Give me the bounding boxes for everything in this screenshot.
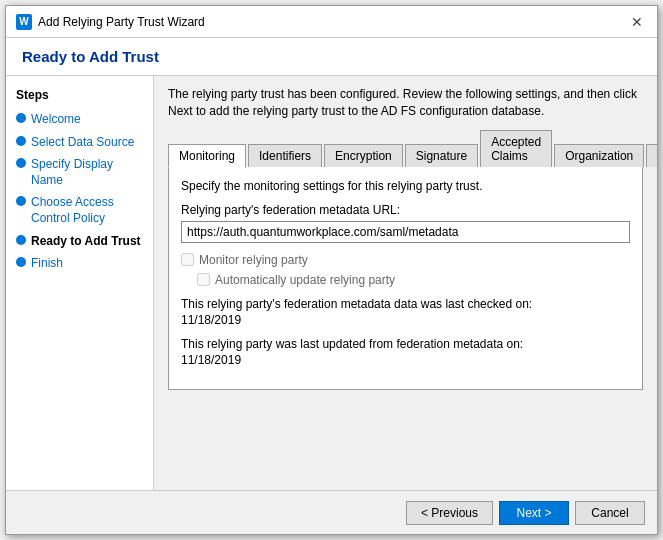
last-checked-date: 11/18/2019 [181,313,630,327]
sidebar-item-finish[interactable]: Finish [16,256,143,272]
step-dot-ready [16,235,26,245]
main-description: The relying party trust has been configu… [168,86,643,120]
sidebar-label-display-name: Specify Display Name [31,157,143,188]
close-button[interactable]: ✕ [627,12,647,32]
step-dot-welcome [16,113,26,123]
sidebar-item-ready[interactable]: Ready to Add Trust [16,234,143,250]
sidebar-label-ready: Ready to Add Trust [31,234,141,250]
auto-update-checkbox[interactable] [197,273,210,286]
title-bar: W Add Relying Party Trust Wizard ✕ [6,6,657,38]
last-updated-date: 11/18/2019 [181,353,630,367]
info-block: This relying party's federation metadata… [181,297,630,367]
sidebar-label-welcome: Welcome [31,112,81,128]
monitor-checkbox[interactable] [181,253,194,266]
dialog-body: Steps Welcome Select Data Source Specify… [6,76,657,490]
cancel-button[interactable]: Cancel [575,501,645,525]
tab-organization[interactable]: Organization [554,144,644,167]
previous-button[interactable]: < Previous [406,501,493,525]
steps-heading: Steps [16,88,143,102]
auto-update-label: Automatically update relying party [215,273,395,287]
title-bar-text: Add Relying Party Trust Wizard [38,15,205,29]
tab-group: Monitoring Identifiers Encryption Signat… [168,130,643,167]
title-bar-left: W Add Relying Party Trust Wizard [16,14,205,30]
tab-identifiers[interactable]: Identifiers [248,144,322,167]
dialog-title: Ready to Add Trust [22,48,641,65]
tab-content-monitoring: Specify the monitoring settings for this… [168,167,643,390]
sidebar-label-select-data: Select Data Source [31,135,134,151]
sidebar-label-access-control: Choose Access Control Policy [31,195,143,226]
dialog-footer: < Previous Next > Cancel [6,490,657,534]
tab-encryption[interactable]: Encryption [324,144,403,167]
tab-endpoints[interactable]: Endpoints [646,144,657,167]
step-dot-select-data [16,136,26,146]
next-button[interactable]: Next > [499,501,569,525]
sidebar: Steps Welcome Select Data Source Specify… [6,76,154,490]
auto-update-checkbox-row: Automatically update relying party [197,273,630,287]
sidebar-item-display-name[interactable]: Specify Display Name [16,157,143,188]
sidebar-label-finish: Finish [31,256,63,272]
tab-monitoring[interactable]: Monitoring [168,144,246,168]
step-dot-finish [16,257,26,267]
tab-signature[interactable]: Signature [405,144,478,167]
monitor-label: Monitor relying party [199,253,308,267]
last-checked-label: This relying party's federation metadata… [181,297,630,311]
main-content: The relying party trust has been configu… [154,76,657,490]
url-label: Relying party's federation metadata URL: [181,203,630,217]
sidebar-item-select-data[interactable]: Select Data Source [16,135,143,151]
sidebar-item-welcome[interactable]: Welcome [16,112,143,128]
url-input[interactable] [181,221,630,243]
step-dot-access-control [16,196,26,206]
last-updated-label: This relying party was last updated from… [181,337,630,351]
sidebar-item-access-control[interactable]: Choose Access Control Policy [16,195,143,226]
tab-accepted-claims[interactable]: Accepted Claims [480,130,552,167]
step-dot-display-name [16,158,26,168]
monitor-checkbox-row: Monitor relying party [181,253,630,267]
dialog-header: Ready to Add Trust [6,38,657,76]
wizard-icon: W [16,14,32,30]
dialog: W Add Relying Party Trust Wizard ✕ Ready… [5,5,658,535]
monitoring-description: Specify the monitoring settings for this… [181,179,630,193]
